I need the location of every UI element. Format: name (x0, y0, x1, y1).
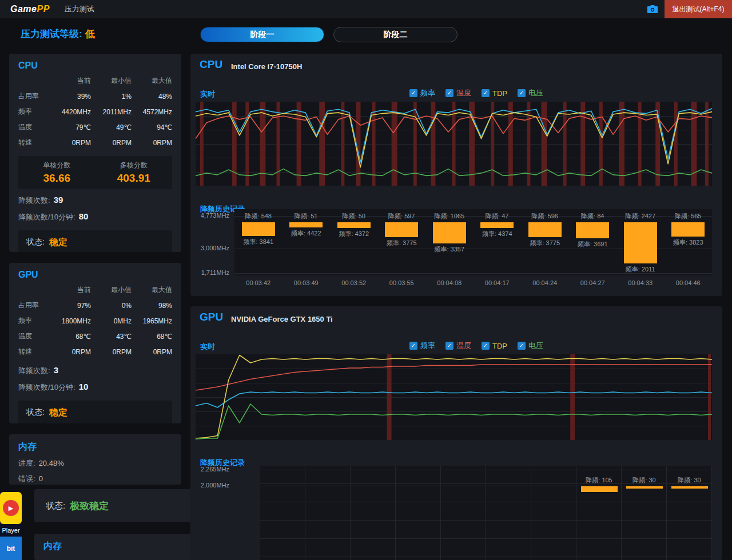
gpu-panel-title: GPU (18, 270, 181, 280)
throttle-freq-label: 频率: 4374 (482, 230, 512, 238)
cpu-section-title: CPU (200, 58, 222, 71)
stat-row: 转速0RPM0RPM0RPM (18, 135, 172, 150)
legend-label: 电压 (528, 88, 543, 98)
gamepp-logo: GamePP (10, 4, 50, 14)
throttle-drop-label: 降频: 565 (675, 212, 701, 221)
gpu-legend: ✓频率✓温度✓TDP✓电压 (409, 341, 543, 351)
cpu-realtime-chart (196, 102, 712, 186)
checkbox-checked-icon[interactable]: ✓ (482, 89, 490, 97)
legend-item-TDP[interactable]: ✓TDP (482, 88, 507, 98)
stat-value: 49℃ (91, 123, 132, 131)
multi-core-label: 多核分数 (96, 161, 173, 170)
realtime-label: 实时 (200, 89, 215, 99)
checkbox-checked-icon[interactable]: ✓ (409, 89, 417, 97)
legend-item-频率[interactable]: ✓频率 (409, 341, 435, 351)
status-value: 极致稳定 (70, 499, 109, 513)
stat-value: 0RPM (91, 348, 132, 356)
gpu-stats-panel: GPU 当前最小值最大值占用率97%0%98%频率1800MHz0MHz1965… (9, 263, 181, 423)
throttle-bar (242, 222, 275, 236)
stat-row-label: 频率 (18, 107, 50, 117)
empty-slot (396, 466, 441, 560)
stat-value: 94℃ (132, 123, 172, 131)
throttle10-value: 10 (79, 382, 89, 391)
stat-row-label: 占用率 (18, 301, 50, 310)
throttle-entry: 降频: 30 (622, 466, 667, 560)
cpu-time-axis: 00:03:4200:03:4900:03:5200:03:5500:04:08… (234, 279, 712, 286)
cpu-model: Intel Core i7-10750H (231, 62, 302, 71)
time-label: 00:04:17 (474, 279, 522, 286)
tab-stage-2[interactable]: 阶段二 (333, 27, 458, 42)
cpu-panel-title: CPU (18, 61, 181, 71)
legend-item-TDP[interactable]: ✓TDP (482, 341, 507, 351)
throttle-bar (289, 222, 323, 227)
ytick: 1,711MHz (195, 269, 229, 276)
time-label: 00:04:24 (521, 279, 569, 286)
gpu-stat-table: 当前最小值最大值占用率97%0%98%频率1800MHz0MHz1965MHz温… (18, 282, 172, 359)
throttle-entry: 降频: 51频率: 4422 (283, 209, 331, 275)
throttle-entry: 降频: 597频率: 3775 (378, 209, 426, 275)
time-label: 00:04:27 (569, 279, 617, 286)
empty-slot (441, 466, 486, 560)
stat-value: 0RPM (50, 139, 91, 147)
stat-row: 温度79℃49℃94℃ (18, 119, 172, 135)
throttle-value: 3 (54, 365, 58, 375)
cpu-throttle-10min: 降频次数/10分钟:80 (18, 211, 172, 222)
stat-value: 0RPM (50, 348, 91, 356)
legend-item-电压[interactable]: ✓电压 (518, 341, 543, 351)
stat-value: 0RPM (132, 139, 172, 147)
stat-col-header: 最大值 (132, 76, 172, 86)
memory-stats-panel: 内存 进度:20.48% 错误:0 (9, 434, 181, 485)
stat-value: 79℃ (50, 123, 91, 131)
checkbox-checked-icon[interactable]: ✓ (518, 89, 526, 97)
throttle-entry: 降频: 50频率: 4372 (330, 209, 378, 275)
legend-item-温度[interactable]: ✓温度 (445, 88, 471, 98)
throttle-entry: 降频: 596频率: 3775 (521, 209, 569, 275)
throttle-freq-label: 频率: 3357 (434, 245, 464, 254)
checkbox-checked-icon[interactable]: ✓ (445, 342, 453, 350)
ytick: 2,265MHz (195, 466, 229, 473)
stat-row-label: 温度 (18, 331, 50, 341)
legend-label: 温度 (456, 341, 471, 351)
empty-slot (260, 466, 305, 560)
throttle-bar (337, 222, 371, 228)
checkbox-checked-icon[interactable]: ✓ (482, 342, 490, 350)
stat-row: 转速0RPM0RPM0RPM (18, 344, 172, 359)
stat-col-header: 最大值 (132, 285, 172, 295)
cpu-history-columns: 降频: 548频率: 3841降频: 51频率: 4422降频: 50频率: 4… (234, 209, 712, 275)
ytick: 2,000MHz (195, 482, 229, 489)
throttle-drop-label: 降频: 596 (532, 212, 558, 221)
throttle-bar (385, 222, 418, 237)
tab-stage-1[interactable]: 阶段一 (200, 27, 324, 42)
player-overlay: ▶ Player bit (0, 492, 22, 560)
throttle-freq-label: 频率: 4422 (291, 229, 321, 238)
throttle-entry: 降频: 565频率: 3823 (665, 209, 713, 275)
stat-row: 占用率39%1%48% (18, 89, 172, 104)
play-button[interactable]: ▶ (0, 492, 22, 524)
checkbox-checked-icon[interactable]: ✓ (409, 342, 417, 350)
throttle-entry: 降频: 84频率: 3691 (569, 209, 617, 275)
legend-item-频率[interactable]: ✓频率 (409, 88, 435, 98)
throttle-drop-label: 降频: 84 (581, 212, 604, 221)
bit-label: bit (0, 537, 22, 560)
stat-value: 1965MHz (132, 317, 172, 325)
stat-value: 68℃ (132, 333, 172, 341)
throttle-drop-label: 降频: 597 (388, 212, 415, 221)
checkbox-checked-icon[interactable]: ✓ (445, 89, 453, 97)
throttle-bar (528, 222, 562, 237)
exit-test-button[interactable]: 退出测试(Alt+F4) (665, 0, 732, 18)
stat-value: 68℃ (50, 333, 91, 341)
gpu-realtime-chart (196, 354, 712, 440)
status-label: 状态: (46, 501, 65, 511)
camera-icon[interactable] (640, 5, 665, 13)
stat-value: 1800MHz (50, 317, 91, 325)
stat-value: 98% (132, 302, 172, 310)
time-label: 00:04:46 (665, 279, 713, 286)
stat-value: 0MHz (91, 317, 132, 325)
legend-label: 电压 (528, 341, 543, 351)
legend-item-温度[interactable]: ✓温度 (445, 341, 471, 351)
legend-item-电压[interactable]: ✓电压 (518, 88, 543, 98)
cpu-stats-panel: CPU 当前最小值最大值占用率39%1%48%频率4420MHz2011MHz4… (9, 54, 181, 252)
app-window: GamePP 压力测试 退出测试(Alt+F4) 压力测试等级:低 阶段一 阶段… (0, 0, 732, 560)
checkbox-checked-icon[interactable]: ✓ (518, 342, 526, 350)
progress-label: 进度: (18, 459, 35, 467)
